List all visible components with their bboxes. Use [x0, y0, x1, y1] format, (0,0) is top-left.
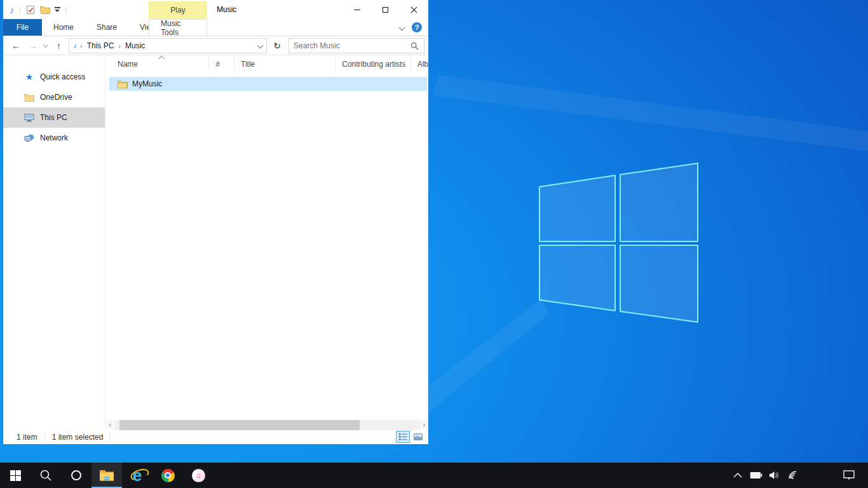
this-pc-monitor-icon: [24, 112, 34, 123]
up-button[interactable]: ↑: [57, 41, 61, 50]
status-bar: 1 item 1 item selected: [3, 430, 428, 444]
view-toggles: [396, 431, 425, 443]
new-folder-icon[interactable]: [40, 4, 50, 15]
search-input[interactable]: [289, 39, 403, 52]
battery-icon[interactable]: [750, 463, 763, 488]
column-header-number[interactable]: #: [209, 55, 234, 72]
maximize-icon: [383, 7, 388, 13]
column-header-title[interactable]: Title: [234, 55, 336, 72]
sidebar-item-label: This PC: [40, 113, 67, 122]
sidebar-item-onedrive[interactable]: OneDrive: [3, 87, 105, 107]
navigation-bar: ← → ↑ ♪ › This PC › Music ↻: [3, 36, 428, 55]
location-music-icon: ♪: [73, 42, 77, 50]
minimize-icon: [354, 10, 360, 10]
search-icon: [39, 469, 52, 482]
column-label: #: [215, 60, 220, 69]
large-icons-view-button[interactable]: [411, 431, 425, 443]
file-rows: MyMusic: [106, 77, 428, 91]
sidebar-item-label: Network: [40, 133, 68, 142]
breadcrumb-separator: ›: [80, 42, 83, 50]
column-header-name[interactable]: Name: [106, 55, 209, 72]
window-title: Music: [217, 5, 236, 14]
file-list-pane: Name # Title Contributing artists Alb My…: [106, 55, 428, 420]
window-music-icon: ♪: [10, 5, 15, 15]
back-button[interactable]: ←: [11, 41, 20, 50]
column-headers: Name # Title Contributing artists Alb: [106, 55, 428, 72]
scrollbar-thumb[interactable]: [119, 420, 360, 430]
action-center-icon: [843, 470, 855, 480]
refresh-button[interactable]: ↻: [271, 41, 283, 51]
details-view-button[interactable]: [396, 431, 410, 443]
collapse-ribbon-icon[interactable]: [399, 24, 405, 30]
ribbon-tab-row: File Home Share View Music Tools ?: [3, 19, 428, 36]
internet-explorer-icon: e: [133, 467, 142, 484]
breadcrumb-separator: ›: [118, 42, 121, 50]
system-tray: [731, 463, 799, 488]
quick-access-toolbar: ♪ | |: [10, 0, 67, 19]
search-icon[interactable]: [410, 42, 419, 52]
selection-count: 1 item selected: [45, 433, 111, 442]
column-label: Alb: [417, 60, 428, 69]
taskbar-file-explorer-button[interactable]: [92, 463, 122, 488]
ribbon-tabs: File Home Share View: [3, 19, 428, 36]
volume-icon[interactable]: [768, 463, 781, 488]
taskbar-search-button[interactable]: [31, 463, 61, 488]
tab-share[interactable]: Share: [85, 19, 128, 36]
address-dropdown-icon[interactable]: [257, 43, 264, 49]
address-bar[interactable]: ♪ › This PC › Music: [69, 38, 267, 53]
breadcrumb-music[interactable]: Music: [124, 41, 146, 50]
column-header-contributing-artists[interactable]: Contributing artists: [336, 55, 410, 72]
sidebar-item-network[interactable]: Network: [3, 128, 105, 148]
taskbar: e ♫: [0, 463, 868, 488]
action-center-button[interactable]: [839, 463, 859, 488]
file-row-mymusic[interactable]: MyMusic: [109, 77, 427, 91]
minimize-button[interactable]: [342, 0, 371, 19]
scrollbar-track[interactable]: [114, 420, 420, 430]
recent-locations-dropdown-icon[interactable]: [43, 42, 48, 47]
column-header-album[interactable]: Alb: [411, 55, 428, 72]
column-label: Contributing artists: [342, 60, 405, 69]
customize-toolbar-dropdown-icon[interactable]: [55, 7, 60, 12]
wifi-icon[interactable]: [787, 463, 799, 488]
onedrive-folder-icon: [24, 92, 34, 102]
close-icon: [410, 6, 417, 13]
ribbon-right-controls: ?: [400, 22, 422, 32]
sidebar-item-this-pc[interactable]: This PC: [3, 107, 105, 128]
sidebar-item-label: OneDrive: [40, 93, 72, 102]
scroll-left-icon[interactable]: ‹: [106, 420, 114, 430]
internet-explorer-button[interactable]: e: [122, 463, 153, 488]
chrome-button[interactable]: [153, 463, 183, 488]
sidebar-item-quick-access[interactable]: ★ Quick access: [3, 67, 105, 87]
itunes-button[interactable]: ♫: [183, 463, 214, 488]
divider: |: [19, 5, 21, 15]
start-button[interactable]: [0, 463, 31, 488]
details-view-icon: [399, 433, 407, 440]
file-name: MyMusic: [132, 79, 162, 88]
file-explorer-icon: [99, 470, 114, 482]
maximize-button[interactable]: [371, 0, 400, 19]
itunes-icon: ♫: [192, 469, 205, 482]
help-icon[interactable]: ?: [412, 22, 422, 32]
tab-music-tools[interactable]: Music Tools: [149, 19, 207, 36]
tab-home[interactable]: Home: [42, 19, 85, 36]
breadcrumb-this-pc[interactable]: This PC: [86, 41, 116, 50]
items-count: 1 item: [10, 433, 45, 442]
properties-icon[interactable]: [25, 4, 36, 15]
window-controls: [342, 0, 428, 19]
navigation-pane: ★ Quick access OneDrive This PC Network: [3, 55, 105, 430]
contextual-tab-group-play[interactable]: Play: [149, 1, 207, 19]
sidebar-item-label: Quick access: [40, 72, 85, 81]
scroll-right-icon[interactable]: ›: [420, 420, 428, 430]
tab-file[interactable]: File: [3, 19, 42, 36]
forward-button[interactable]: →: [29, 41, 37, 50]
column-label: Name: [118, 60, 138, 69]
cortana-button[interactable]: [61, 463, 92, 488]
search-box: [288, 38, 424, 53]
close-button[interactable]: [400, 0, 428, 19]
hidden-icons-chevron-icon[interactable]: [731, 463, 744, 488]
title-bar[interactable]: ♪ | | Play Music: [3, 0, 428, 19]
chrome-icon: [161, 469, 175, 482]
horizontal-scrollbar[interactable]: ‹ ›: [106, 420, 428, 430]
divider: |: [65, 5, 67, 15]
large-icons-view-icon: [414, 433, 423, 440]
